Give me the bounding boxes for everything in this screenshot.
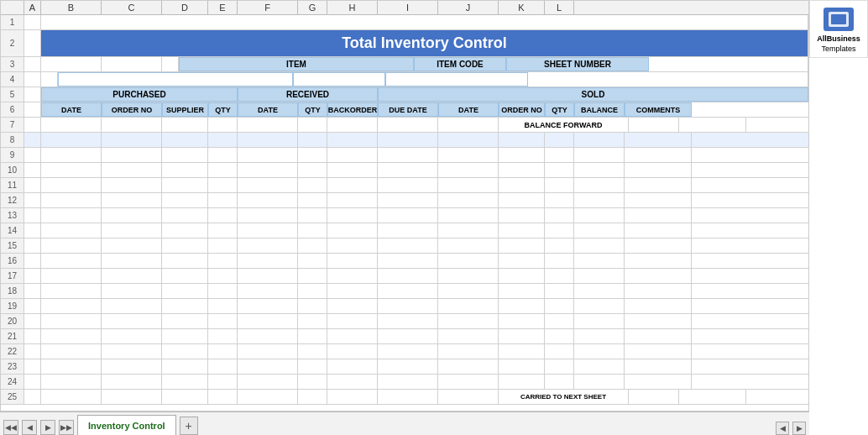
row-3: 3 ITEM ITEM CODE SHEET NUMBER xyxy=(1,57,808,72)
row-16[interactable]: 16 xyxy=(1,254,808,269)
carried-next-cell: CARRIED TO NEXT SHEET xyxy=(499,390,629,404)
col-a-header: A xyxy=(24,1,41,14)
scroll-right-btn[interactable]: ▶ xyxy=(792,422,806,435)
tab-nav-first[interactable]: ◀◀ xyxy=(3,420,18,435)
row-2: 2 Total Inventory Control xyxy=(1,30,808,57)
comments-label: COMMENTS xyxy=(625,102,692,117)
tab-right-controls: ◀ ▶ xyxy=(776,422,806,435)
add-sheet-button[interactable]: + xyxy=(180,417,198,435)
row-5: 5 PURCHASED RECEIVED SOLD xyxy=(1,87,808,102)
sheet-tab-inventory[interactable]: Inventory Control xyxy=(77,415,176,435)
row-15[interactable]: 15 xyxy=(1,238,808,254)
order-no2-label: ORDER NO xyxy=(499,102,545,117)
col-g-header: G xyxy=(298,1,327,14)
rownum-7: 7 xyxy=(1,118,24,132)
row-num-header xyxy=(1,1,24,14)
row-20[interactable]: 20 xyxy=(1,314,808,329)
sold-label: SOLD xyxy=(378,87,808,102)
rownum-3: 3 xyxy=(1,57,24,71)
row-14[interactable]: 14 xyxy=(1,223,808,238)
tab-bar: ◀◀ ◀ ▶ ▶▶ Inventory Control + ◀ ▶ xyxy=(0,411,809,435)
balance-label: BALANCE xyxy=(574,102,625,117)
row-13[interactable]: 13 xyxy=(1,208,808,223)
row-carried: 25 CARRIED TO NEXT SHEET xyxy=(1,390,808,405)
row-1: 1 xyxy=(1,15,808,30)
scroll-left-btn[interactable]: ◀ xyxy=(776,422,789,435)
row-18[interactable]: 18 xyxy=(1,284,808,299)
row-9[interactable]: 9 xyxy=(1,148,808,163)
rownum-4: 4 xyxy=(1,72,24,86)
rownum-2: 2 xyxy=(1,30,24,56)
logo-line2: Templates xyxy=(821,45,855,55)
row-7: 7 BALANCE FORWARD xyxy=(1,118,808,133)
due-date-label: DUE DATE xyxy=(378,102,438,117)
row-19[interactable]: 19 xyxy=(1,299,808,314)
row-24[interactable]: 24 xyxy=(1,375,808,390)
col-c-header: C xyxy=(102,1,162,14)
sheet-number-label: SHEET NUMBER xyxy=(506,57,649,71)
qty1-label: QTY xyxy=(208,102,238,117)
title-cell: Total Inventory Control xyxy=(41,30,808,56)
tab-nav-last[interactable]: ▶▶ xyxy=(59,420,74,435)
column-headers: A B C D E F G H I J K L xyxy=(1,1,808,15)
row-4: 4 xyxy=(1,72,808,87)
col-e-header: E xyxy=(208,1,238,14)
purchased-label: PURCHASED xyxy=(41,87,238,102)
tab-nav-next[interactable]: ▶ xyxy=(40,420,55,435)
col-b-header: B xyxy=(41,1,102,14)
backorder-label: BACKORDER xyxy=(327,102,378,117)
logo-area: AllBusiness Templates xyxy=(809,0,868,58)
rownum-1: 1 xyxy=(1,15,24,29)
date1-label: DATE xyxy=(41,102,102,117)
col-j-header: J xyxy=(438,1,499,14)
col-l-header: L xyxy=(545,1,574,14)
item-code-label: ITEM CODE xyxy=(414,57,506,71)
col-k-header: K xyxy=(499,1,545,14)
order-no1-label: ORDER NO xyxy=(102,102,162,117)
tab-nav-prev[interactable]: ◀ xyxy=(22,420,37,435)
supplier-label: SUPPLIER xyxy=(162,102,208,117)
qty2-label: QTY xyxy=(298,102,327,117)
row-6: 6 DATE ORDER NO SUPPLIER QTY DATE QTY BA… xyxy=(1,102,808,118)
rownum-6: 6 xyxy=(1,102,24,117)
row-12[interactable]: 12 xyxy=(1,193,808,208)
rownum-5: 5 xyxy=(1,87,24,102)
logo-icon xyxy=(824,8,854,31)
date2-label: DATE xyxy=(238,102,298,117)
row-8[interactable]: 8 xyxy=(1,133,808,148)
row-17[interactable]: 17 xyxy=(1,269,808,284)
row-23[interactable]: 23 xyxy=(1,359,808,375)
spreadsheet-body: 1 2 Total Inventory Control 3 ITEM xyxy=(1,15,808,411)
qty3-label: QTY xyxy=(545,102,574,117)
received-label: RECEIVED xyxy=(238,87,378,102)
row-10[interactable]: 10 xyxy=(1,163,808,178)
col-h-header: H xyxy=(327,1,378,14)
row-21[interactable]: 21 xyxy=(1,329,808,344)
col-d-header: D xyxy=(162,1,208,14)
row-11[interactable]: 11 xyxy=(1,178,808,193)
logo-line1: AllBusiness xyxy=(817,34,860,45)
col-f-header: F xyxy=(238,1,298,14)
item-label: ITEM xyxy=(179,57,414,71)
balance-forward-cell: BALANCE FORWARD xyxy=(499,118,629,132)
col-i-header: I xyxy=(378,1,438,14)
date3-label: DATE xyxy=(438,102,499,117)
row-22[interactable]: 22 xyxy=(1,344,808,359)
